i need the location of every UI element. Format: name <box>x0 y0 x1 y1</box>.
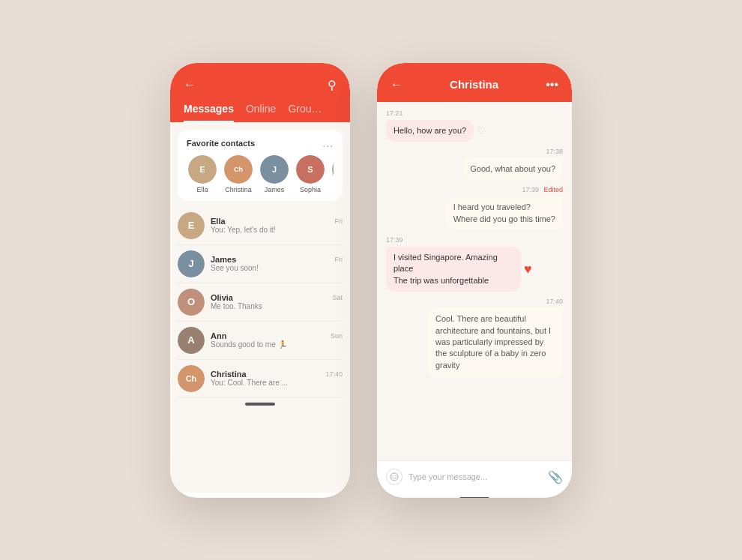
conv-name-ann: Ann <box>211 331 226 340</box>
conv-name-row-olivia: Olivia Sat <box>211 293 343 302</box>
fav-name-james: James <box>265 186 285 193</box>
fav-avatar-olivia: O <box>332 155 334 184</box>
msg-bubble-singapore: I visited Singapore. Amazing placeThe tr… <box>386 247 521 292</box>
conv-info-christina: Christina 17:40 You: Cool. There are ... <box>211 370 343 387</box>
right-header: ← Christina ••• <box>377 63 572 102</box>
left-header: ← ⚲ Messages Online Grou… <box>170 63 350 122</box>
chat-phone: ← Christina ••• 17:21 Hello, how are you… <box>377 63 572 498</box>
fav-contact-ella[interactable]: E Ella <box>187 155 218 193</box>
emoji-button[interactable] <box>386 469 402 485</box>
tab-groups[interactable]: Grou… <box>288 103 322 122</box>
conv-info-james: James Fri See you soon! <box>211 255 343 272</box>
svg-point-0 <box>390 473 398 481</box>
edited-label: Edited <box>543 186 563 193</box>
fav-contact-sophia[interactable]: S Sophia <box>295 155 326 193</box>
conv-preview-ann: Sounds good to me 🏃 <box>211 340 308 349</box>
conv-time-ella: Fri <box>335 217 343 225</box>
msg-row-cool: Cool. There are beautiful architecture a… <box>386 308 563 376</box>
msg-group-1738: 17:38 Good, what about you? <box>386 148 563 180</box>
conv-name-row-christina: Christina 17:40 <box>211 370 343 379</box>
conv-item-christina[interactable]: Ch Christina 17:40 You: Cool. There are … <box>178 360 343 398</box>
favorites-section: Favorite contacts ... E Ella Ch <box>178 130 343 201</box>
msg-row-singapore: I visited Singapore. Amazing placeThe tr… <box>386 247 563 292</box>
tab-messages[interactable]: Messages <box>184 103 234 122</box>
favorites-title: Favorite contacts <box>187 139 255 148</box>
svg-point-2 <box>395 475 396 476</box>
screens-container: ← ⚲ Messages Online Grou… Favorite conta… <box>170 63 572 498</box>
favorites-more-button[interactable]: ... <box>322 137 334 149</box>
conv-name-row-ann: Ann Sun <box>211 331 343 340</box>
fav-avatar-sophia: S <box>296 155 325 184</box>
search-icon[interactable]: ⚲ <box>328 78 337 92</box>
msg-row-good: Good, what about you? <box>386 158 563 180</box>
conv-name-row-ella: Ella Fri <box>211 217 343 226</box>
fav-name-ella: Ella <box>196 186 208 193</box>
fav-avatar-ella: E <box>188 155 217 184</box>
msg-time-1738: 17:38 <box>386 148 563 155</box>
fav-contact-olivia[interactable]: O Ol… <box>331 155 334 193</box>
conv-info-ella: Ella Fri You: Yep, let's do it! <box>211 217 343 234</box>
msg-bubble-traveled: I heard you traveled?Where did you go th… <box>446 196 563 230</box>
favorites-header: Favorite contacts ... <box>187 137 334 149</box>
msg-group-1739-edited: 17:39 Edited I heard you traveled?Where … <box>386 186 563 230</box>
left-header-top: ← ⚲ <box>184 78 337 92</box>
conv-avatar-christina-list: Ch <box>178 365 205 392</box>
msg-bubble-hello: Hello, how are you? <box>386 120 474 142</box>
conv-avatar-olivia: O <box>178 289 205 316</box>
message-input-area: Type your message... 📎 <box>377 460 572 493</box>
fav-name-sophia: Sophia <box>300 186 321 193</box>
msg-row-hello: Hello, how are you? ♡ <box>386 120 563 142</box>
msg-group-1740: 17:40 Cool. There are beautiful architec… <box>386 298 563 376</box>
msg-time-1739-edited: 17:39 Edited <box>386 186 563 193</box>
conv-item-ella[interactable]: E Ella Fri You: Yep, let's do it! <box>178 207 343 245</box>
conv-preview-olivia: Me too. Thanks <box>211 302 308 310</box>
conv-name-ella: Ella <box>211 217 226 226</box>
fav-name-christina: Christina <box>225 186 252 193</box>
conv-name-row-james: James Fri <box>211 255 343 264</box>
conv-time-ann: Sun <box>331 332 343 340</box>
conv-info-olivia: Olivia Sat Me too. Thanks <box>211 293 343 310</box>
conv-time-olivia: Sat <box>332 294 343 301</box>
chat-messages-body: 17:21 Hello, how are you? ♡ 17:38 Good, … <box>377 102 572 460</box>
conv-name-james: James <box>211 255 236 264</box>
chat-contact-name: Christina <box>450 78 498 91</box>
left-tabs: Messages Online Grou… <box>184 103 337 122</box>
scroll-indicator-right <box>459 497 489 498</box>
heart-outline-icon[interactable]: ♡ <box>477 125 486 136</box>
conv-name-olivia: Olivia <box>211 293 233 302</box>
conv-avatar-james: J <box>178 250 205 277</box>
msg-row-traveled: I heard you traveled?Where did you go th… <box>386 196 563 230</box>
message-input[interactable]: Type your message... <box>408 472 542 481</box>
svg-point-1 <box>392 475 393 476</box>
msg-time-1721: 17:21 <box>386 109 563 117</box>
msg-time-1739-sing: 17:39 <box>386 236 563 244</box>
fav-contact-james[interactable]: J James <box>259 155 290 193</box>
tab-online[interactable]: Online <box>246 103 276 122</box>
heart-filled-icon[interactable]: ♥ <box>524 262 532 277</box>
fav-avatar-james: J <box>260 155 289 184</box>
conv-time-james: Fri <box>335 256 343 263</box>
messages-phone: ← ⚲ Messages Online Grou… Favorite conta… <box>170 63 350 498</box>
conv-item-olivia[interactable]: O Olivia Sat Me too. Thanks <box>178 283 343 322</box>
conversation-list: E Ella Fri You: Yep, let's do it! J <box>170 207 350 398</box>
scroll-indicator-left <box>245 403 275 406</box>
attach-icon[interactable]: 📎 <box>548 470 563 484</box>
fav-contact-christina[interactable]: Ch Christina <box>223 155 254 193</box>
msg-group-1739-singapore: 17:39 I visited Singapore. Amazing place… <box>386 236 563 292</box>
conv-item-james[interactable]: J James Fri See you soon! <box>178 245 343 283</box>
msg-bubble-good: Good, what about you? <box>462 158 563 180</box>
conv-avatar-ella: E <box>178 212 205 239</box>
conv-preview-ella: You: Yep, let's do it! <box>211 226 308 234</box>
msg-bubble-cool: Cool. There are beautiful architecture a… <box>428 308 563 376</box>
left-body: Favorite contacts ... E Ella Ch <box>170 122 350 493</box>
chat-back-icon[interactable]: ← <box>390 78 402 91</box>
conv-item-ann[interactable]: A Ann Sun Sounds good to me 🏃 <box>178 322 343 360</box>
more-options-icon[interactable]: ••• <box>546 78 558 91</box>
conv-name-christina: Christina <box>211 370 247 379</box>
conv-avatar-ann: A <box>178 327 205 354</box>
msg-time-1740: 17:40 <box>386 298 563 305</box>
conv-info-ann: Ann Sun Sounds good to me 🏃 <box>211 331 343 349</box>
conv-preview-james: See you soon! <box>211 264 308 272</box>
msg-group-1721: 17:21 Hello, how are you? ♡ <box>386 109 563 142</box>
back-icon[interactable]: ← <box>184 78 196 91</box>
